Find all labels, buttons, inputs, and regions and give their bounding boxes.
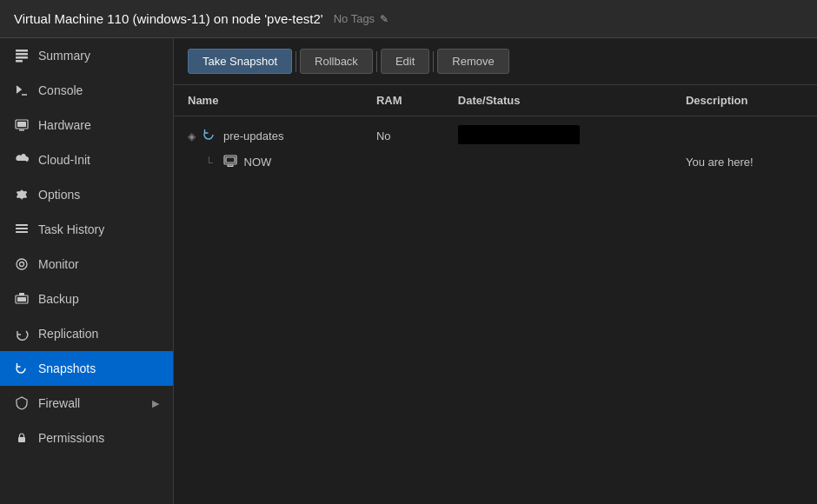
table-row[interactable]: ◈ pre-updates No xyxy=(174,116,817,151)
svg-rect-2 xyxy=(16,56,28,59)
svg-rect-7 xyxy=(19,129,24,131)
svg-rect-1 xyxy=(16,53,28,56)
svg-rect-3 xyxy=(16,60,23,63)
snapshot-name-container: ◈ pre-updates xyxy=(188,128,349,144)
table-header-row: Name RAM Date/Status Description xyxy=(174,85,817,116)
task-history-icon xyxy=(14,222,30,237)
backup-icon xyxy=(14,291,30,307)
now-name-container: └ NOW xyxy=(188,154,349,170)
monitor-icon xyxy=(14,256,30,272)
rollback-button[interactable]: Rollback xyxy=(300,49,373,74)
snapshots-table-container: Name RAM Date/Status Description ◈ xyxy=(174,85,817,504)
sidebar-item-cloud-init[interactable]: Cloud-Init xyxy=(0,143,173,177)
snapshot-tree-icon: ◈ xyxy=(188,130,196,143)
svg-rect-16 xyxy=(18,437,25,442)
firewall-chevron-icon: ▶ xyxy=(152,398,159,409)
firewall-icon xyxy=(14,395,30,411)
snapshot-name-label: pre-updates xyxy=(223,129,283,143)
summary-icon xyxy=(14,48,30,63)
sidebar-item-firewall[interactable]: Firewall ▶ xyxy=(0,386,173,421)
svg-rect-8 xyxy=(16,224,28,226)
sidebar-label-replication: Replication xyxy=(38,327,98,341)
take-snapshot-button[interactable]: Take Snapshot xyxy=(188,49,292,74)
svg-point-11 xyxy=(17,259,27,269)
sidebar-item-backup[interactable]: Backup xyxy=(0,282,173,316)
svg-rect-9 xyxy=(16,228,28,229)
hardware-icon xyxy=(14,117,30,133)
svg-rect-15 xyxy=(19,293,24,295)
sidebar-item-monitor[interactable]: Monitor xyxy=(0,247,173,282)
sidebar-label-task-history: Task History xyxy=(38,222,104,236)
main-layout: Summary Console Hardware Cloud-Init Opti… xyxy=(0,38,817,504)
sidebar-label-firewall: Firewall xyxy=(38,396,80,410)
sidebar-label-hardware: Hardware xyxy=(38,118,91,132)
toolbar-separator-2 xyxy=(376,51,377,72)
sidebar-item-console[interactable]: Console xyxy=(0,73,173,108)
svg-rect-18 xyxy=(226,157,235,162)
tags-section: No Tags ✎ xyxy=(334,12,389,25)
options-icon xyxy=(14,187,30,202)
svg-rect-10 xyxy=(16,231,28,233)
snapshot-rollback-icon xyxy=(203,128,216,144)
snapshot-date-bar xyxy=(458,125,580,144)
sidebar-item-hardware[interactable]: Hardware xyxy=(0,108,173,143)
edit-tags-icon[interactable]: ✎ xyxy=(380,13,389,25)
sidebar-item-task-history[interactable]: Task History xyxy=(0,212,173,247)
now-date-cell xyxy=(444,150,672,179)
sidebar-label-options: Options xyxy=(38,188,80,202)
col-header-description: Description xyxy=(672,85,817,116)
now-name-cell: └ NOW xyxy=(174,150,362,179)
page-title: Virtual Machine 110 (windows-11) on node… xyxy=(14,11,323,26)
sidebar-label-backup: Backup xyxy=(38,292,79,306)
sidebar-label-snapshots: Snapshots xyxy=(38,361,96,375)
toolbar-separator-1 xyxy=(296,51,296,72)
now-name-label: NOW xyxy=(244,156,272,169)
sidebar-label-summary: Summary xyxy=(38,49,90,63)
you-are-here-label: You are here! xyxy=(686,156,754,169)
snapshots-table: Name RAM Date/Status Description ◈ xyxy=(174,85,817,179)
svg-rect-19 xyxy=(228,165,233,167)
replication-icon xyxy=(14,326,30,342)
snapshots-toolbar: Take Snapshot Rollback Edit Remove xyxy=(174,38,817,85)
sidebar-label-permissions: Permissions xyxy=(38,431,104,445)
now-tree-line: └ xyxy=(205,156,213,169)
page-header: Virtual Machine 110 (windows-11) on node… xyxy=(0,0,817,38)
sidebar: Summary Console Hardware Cloud-Init Opti… xyxy=(0,38,174,504)
snapshot-ram-cell: No xyxy=(362,116,444,151)
svg-rect-14 xyxy=(17,297,26,302)
sidebar-item-replication[interactable]: Replication xyxy=(0,316,173,351)
svg-rect-6 xyxy=(17,122,26,127)
cloud-init-icon xyxy=(14,152,30,168)
sidebar-item-summary[interactable]: Summary xyxy=(0,38,173,73)
col-header-ram: RAM xyxy=(362,85,444,116)
now-vm-icon xyxy=(223,154,237,170)
sidebar-label-cloud-init: Cloud-Init xyxy=(38,153,90,167)
col-header-name: Name xyxy=(174,85,362,116)
snapshot-name-cell: ◈ pre-updates xyxy=(174,116,362,151)
sidebar-item-permissions[interactable]: Permissions xyxy=(0,421,173,455)
svg-point-12 xyxy=(20,262,24,267)
col-header-date-status: Date/Status xyxy=(444,85,672,116)
svg-rect-0 xyxy=(16,50,28,52)
sidebar-label-monitor: Monitor xyxy=(38,257,79,271)
snapshot-date-cell xyxy=(444,116,672,151)
tags-label: No Tags xyxy=(334,12,375,25)
main-content: Take Snapshot Rollback Edit Remove Name … xyxy=(174,38,817,504)
toolbar-separator-3 xyxy=(433,51,434,72)
sidebar-label-console: Console xyxy=(38,83,83,97)
snapshot-description-cell xyxy=(672,116,817,151)
console-icon xyxy=(14,83,30,98)
table-row[interactable]: └ NOW You are here! xyxy=(174,150,817,179)
snapshots-icon xyxy=(14,361,30,376)
remove-button[interactable]: Remove xyxy=(437,49,508,74)
edit-button[interactable]: Edit xyxy=(381,49,429,74)
now-description-cell: You are here! xyxy=(672,150,817,179)
permissions-icon xyxy=(14,430,30,446)
sidebar-item-options[interactable]: Options xyxy=(0,177,173,212)
now-ram-cell xyxy=(362,150,444,179)
sidebar-item-snapshots[interactable]: Snapshots xyxy=(0,351,173,386)
